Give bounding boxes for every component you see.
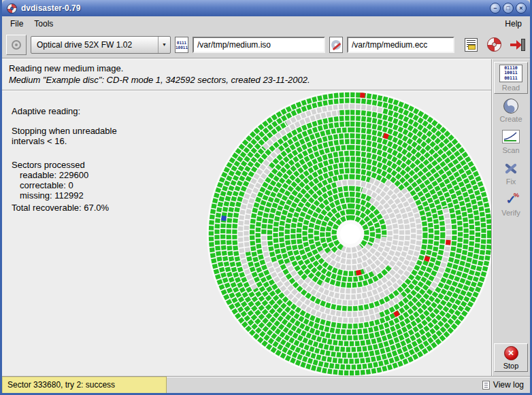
yin-yang-lobe — [508, 105, 515, 113]
tools-icon — [503, 161, 519, 176]
create-button[interactable]: Create — [494, 96, 528, 125]
window-title: dvdisaster-0.79 — [21, 3, 490, 13]
binary-row: 00111 — [504, 76, 518, 82]
image-file-icon-row: 10011 — [176, 45, 188, 50]
titlebar[interactable]: dvdisaster-0.79 − □ × — [2, 0, 530, 16]
menu-file[interactable]: File — [5, 17, 29, 31]
toolbar: Optical drive 52X FW 1.02 ▼ 0111 10011 — [2, 31, 530, 58]
stop-x-glyph: ✕ — [508, 349, 514, 357]
life-preserver-icon — [487, 37, 501, 52]
stat-readable: readable: 229600 — [12, 170, 182, 180]
log-icon — [482, 381, 490, 390]
yin-yang-icon — [503, 99, 518, 114]
life-preserver-hole — [492, 42, 497, 47]
stat-missing: missing: 112992 — [12, 190, 182, 201]
status-message: Sector 333680, try 2: success — [2, 377, 167, 393]
stop-button[interactable]: ✕ Stop — [494, 343, 528, 372]
percent-glyph: % — [514, 192, 519, 199]
chevron-down-icon: ▼ — [158, 37, 170, 53]
minimize-icon: − — [493, 5, 497, 12]
sector-map-disc — [205, 91, 491, 376]
exit-arrow-icon — [509, 38, 525, 52]
stat-total-recoverable: Total recoverable: 67.0% — [12, 203, 182, 213]
quit-button[interactable] — [508, 36, 526, 54]
statusbar: Sector 333680, try 2: success View log — [2, 376, 530, 393]
close-button[interactable]: × — [516, 3, 527, 14]
reading-area: Adaptive reading: Stopping when unreadab… — [2, 91, 491, 376]
image-file-icon-row: 0111 — [176, 40, 188, 45]
checkmark-icon: ✓ % — [502, 192, 520, 207]
stop-label: Stop — [503, 362, 519, 370]
ecc-file-icon — [329, 37, 343, 53]
create-label: Create — [499, 115, 522, 123]
info-area: Reading new medium image. Medium "Exampl… — [2, 59, 491, 90]
fix-button[interactable]: Fix — [494, 158, 528, 188]
image-file-input[interactable] — [193, 37, 325, 53]
drive-combo[interactable]: Optical drive 52X FW 1.02 ▼ — [31, 36, 171, 54]
close-icon: × — [519, 5, 522, 12]
stat-correctable: correctable: 0 — [12, 180, 182, 190]
binary-digits-icon: 01110 10011 00111 — [499, 65, 522, 82]
toolbar-right-group — [462, 36, 526, 54]
drive-icon — [12, 40, 21, 50]
action-sidebar: 01110 10011 00111 Read Create — [491, 59, 530, 376]
preferences-icon — [465, 38, 478, 52]
content-row: Reading new medium image. Medium "Exampl… — [2, 58, 530, 376]
stop-condition-line1: Stopping when unreadable — [12, 126, 182, 136]
scan-button[interactable]: Scan — [494, 127, 528, 156]
adaptive-reading-label: Adaptive reading: — [12, 106, 182, 116]
read-button[interactable]: 01110 10011 00111 Read — [494, 62, 528, 94]
ecc-file-input[interactable] — [347, 37, 454, 53]
verify-label: Verify — [501, 209, 520, 217]
exit-door — [521, 39, 525, 51]
app-window: dvdisaster-0.79 − □ × File Tools Help Op… — [0, 0, 532, 395]
image-file-icon: 0111 10011 — [175, 37, 188, 53]
maximize-button[interactable]: □ — [503, 3, 514, 14]
minimize-button[interactable]: − — [490, 3, 501, 14]
menu-tools[interactable]: Tools — [29, 17, 59, 31]
menubar: File Tools Help — [2, 16, 530, 31]
preferences-button[interactable] — [462, 36, 480, 54]
drive-combo-value: Optical drive 52X FW 1.02 — [31, 40, 158, 50]
verify-button[interactable]: ✓ % Verify — [494, 190, 528, 219]
view-log-button[interactable]: View log — [476, 377, 530, 393]
scan-label: Scan — [502, 146, 519, 154]
stop-icon: ✕ — [504, 346, 518, 360]
status-heading: Reading new medium image. — [9, 63, 484, 74]
sectors-processed-label: Sectors processed — [12, 160, 182, 170]
menu-help[interactable]: Help — [499, 17, 527, 31]
drive-select-button[interactable] — [6, 35, 27, 55]
view-log-label: View log — [493, 380, 524, 390]
app-icon — [7, 3, 17, 14]
main-panel: Reading new medium image. Medium "Exampl… — [2, 59, 491, 376]
help-button[interactable] — [485, 36, 503, 54]
spacer — [12, 146, 182, 160]
window-controls: − □ × — [490, 3, 527, 14]
chart-icon — [502, 130, 520, 145]
maximize-icon: □ — [506, 5, 510, 12]
reading-stats: Adaptive reading: Stopping when unreadab… — [12, 106, 182, 213]
read-label: Read — [502, 84, 520, 92]
medium-info: Medium "Example disc": CD-R mode 1, 3425… — [9, 74, 484, 86]
stop-condition-line2: intervals < 16. — [12, 136, 182, 146]
fix-label: Fix — [506, 177, 516, 186]
